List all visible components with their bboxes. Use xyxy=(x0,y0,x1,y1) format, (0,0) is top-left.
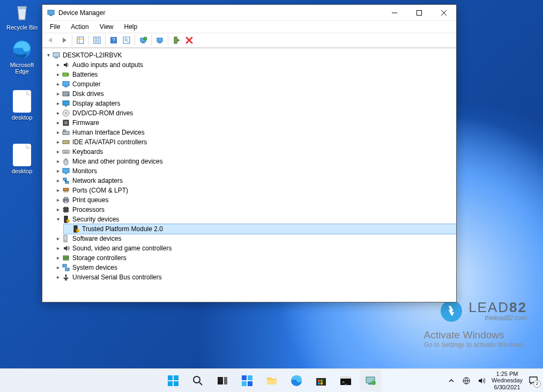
expand-icon[interactable]: ▸ xyxy=(54,272,62,282)
expand-icon[interactable]: ▸ xyxy=(54,243,62,253)
titlebar[interactable]: Device Manager xyxy=(42,5,456,21)
desktop-icon-file-2[interactable]: desktop xyxy=(3,144,41,174)
tree-category[interactable]: ▸Storage controllers xyxy=(54,253,456,263)
tree-category[interactable]: ▸Universal Serial Bus controllers xyxy=(54,272,456,282)
minimize-button[interactable] xyxy=(382,5,407,21)
tree-category[interactable]: ▸DVD/CD-ROM drives xyxy=(54,108,456,118)
menu-action[interactable]: Action xyxy=(66,21,93,32)
expand-icon[interactable]: ▸ xyxy=(54,89,62,99)
svg-rect-1 xyxy=(48,10,54,14)
desktop-icon-file-1[interactable]: desktop xyxy=(3,90,41,121)
tree-label: Storage controllers xyxy=(72,253,127,263)
menu-help[interactable]: Help xyxy=(120,21,142,32)
collapse-icon[interactable]: ▾ xyxy=(44,50,52,60)
svg-rect-15 xyxy=(174,37,177,43)
expand-icon[interactable]: ▸ xyxy=(54,60,62,70)
usb-icon xyxy=(62,273,70,282)
svg-rect-25 xyxy=(65,106,67,107)
tree-category[interactable]: ▸Network adapters xyxy=(54,176,456,186)
tree-category[interactable]: ▸Disk drives xyxy=(54,89,456,99)
expand-icon[interactable]: ▸ xyxy=(54,176,62,186)
taskbar-search[interactable] xyxy=(187,370,209,391)
tree-category[interactable]: ▸IDE ATA/ATAPI controllers xyxy=(54,137,456,147)
desktop-icon-edge[interactable]: Microsoft Edge xyxy=(3,39,41,75)
tray-chevron-icon[interactable] xyxy=(447,376,456,386)
close-button[interactable] xyxy=(432,5,456,21)
taskbar-file-explorer[interactable] xyxy=(261,370,282,391)
tree-category[interactable]: ▸Print queues xyxy=(54,195,456,205)
expand-icon[interactable]: ▸ xyxy=(54,157,62,166)
tree-category[interactable]: ▸Software devices xyxy=(54,234,456,243)
svg-rect-50 xyxy=(64,235,67,242)
tree-category[interactable]: ▸Audio inputs and outputs xyxy=(54,60,456,70)
taskbar-task-view[interactable] xyxy=(212,370,233,391)
toolbar-help[interactable]: ? xyxy=(107,34,120,47)
network-icon xyxy=(62,176,70,185)
expand-icon[interactable]: ▸ xyxy=(54,118,62,128)
tray-volume-icon[interactable] xyxy=(477,376,486,386)
cpu-icon xyxy=(62,205,70,214)
expand-icon[interactable]: ▸ xyxy=(54,108,62,118)
menu-file[interactable]: File xyxy=(46,21,64,32)
tree-category[interactable]: ▸Computer xyxy=(54,79,456,89)
tree-category[interactable]: ▸Human Interface Devices xyxy=(54,128,456,137)
tree-category[interactable]: ▸System devices xyxy=(54,263,456,272)
desktop-icon-recycle-bin[interactable]: Recycle Bin xyxy=(3,1,41,31)
toolbar-back[interactable] xyxy=(44,34,57,47)
expand-icon[interactable]: ▸ xyxy=(54,70,62,79)
tree-category[interactable]: ▾Security devices xyxy=(54,215,456,224)
toolbar-properties[interactable] xyxy=(91,34,103,47)
taskbar-start[interactable] xyxy=(162,370,184,391)
taskbar: >_ 1:25 PM Wednesday 6/30/2021 xyxy=(0,368,543,392)
tree-category[interactable]: ▸Monitors xyxy=(54,166,456,176)
taskbar-clock[interactable]: 1:25 PM Wednesday 6/30/2021 xyxy=(492,371,523,391)
activate-heading: Activate Windows xyxy=(424,329,525,341)
taskbar-edge[interactable] xyxy=(286,370,307,391)
tray-network-icon[interactable] xyxy=(462,376,471,386)
taskbar-cmd[interactable]: >_ xyxy=(335,370,356,391)
toolbar-show-hidden[interactable] xyxy=(74,34,87,47)
watermark-site: thelead82.com xyxy=(468,314,527,322)
tree-category[interactable]: ▸Ports (COM & LPT) xyxy=(54,186,456,195)
expand-icon[interactable]: ▸ xyxy=(54,137,62,147)
tree-label: System devices xyxy=(72,263,117,272)
toolbar-update-driver[interactable] xyxy=(137,34,150,47)
expand-icon[interactable]: ▸ xyxy=(54,195,62,205)
tree-category[interactable]: ▸Sound, video and game controllers xyxy=(54,243,456,253)
desktop-icon-label: desktop xyxy=(3,114,41,121)
expand-icon[interactable]: ▸ xyxy=(54,205,62,215)
tree-category[interactable]: ▸Processors xyxy=(54,205,456,215)
taskbar-widgets[interactable] xyxy=(236,370,258,391)
expand-icon[interactable]: ▸ xyxy=(54,234,62,243)
tree-category[interactable]: ▸Keyboards xyxy=(54,147,456,157)
expand-icon[interactable]: ▸ xyxy=(54,253,62,263)
toolbar-uninstall[interactable] xyxy=(183,34,196,47)
tree-device[interactable]: ▸Trusted Platform Module 2.0 xyxy=(64,224,456,234)
tree-category[interactable]: ▸Firmware xyxy=(54,118,456,128)
tree-category[interactable]: ▸Batteries xyxy=(54,70,456,79)
watermark: LEAD82 thelead82.com xyxy=(441,300,527,322)
expand-icon[interactable]: ▸ xyxy=(54,128,62,137)
tree-category[interactable]: ▸Display adapters xyxy=(54,99,456,108)
expand-icon[interactable]: ▸ xyxy=(54,99,62,108)
maximize-button[interactable] xyxy=(407,5,432,21)
expand-icon[interactable]: ▸ xyxy=(54,263,62,272)
taskbar-store[interactable] xyxy=(310,370,332,391)
expand-icon[interactable]: ▸ xyxy=(54,186,62,195)
toolbar-find[interactable] xyxy=(120,34,133,47)
tree-category[interactable]: ▸Mice and other pointing devices xyxy=(54,157,456,166)
expand-icon[interactable]: ▸ xyxy=(54,166,62,176)
activate-windows-notice: Activate Windows Go to Settings to activ… xyxy=(424,329,525,349)
expand-icon[interactable]: ▸ xyxy=(54,147,62,157)
toolbar-scan-hardware[interactable] xyxy=(153,34,166,47)
toolbar-forward[interactable] xyxy=(57,34,70,47)
device-tree[interactable]: ▾ DESKTOP-L2IRBVK ▸Audio inputs and outp… xyxy=(42,48,456,302)
svg-rect-61 xyxy=(224,377,227,384)
tree-root[interactable]: ▾ DESKTOP-L2IRBVK xyxy=(44,50,456,60)
menu-view[interactable]: View xyxy=(95,21,118,32)
collapse-icon[interactable]: ▾ xyxy=(54,215,62,224)
toolbar-enable[interactable] xyxy=(170,34,183,47)
notifications-icon[interactable] xyxy=(528,375,540,387)
expand-icon[interactable]: ▸ xyxy=(54,79,62,89)
taskbar-device-manager[interactable] xyxy=(360,370,381,391)
